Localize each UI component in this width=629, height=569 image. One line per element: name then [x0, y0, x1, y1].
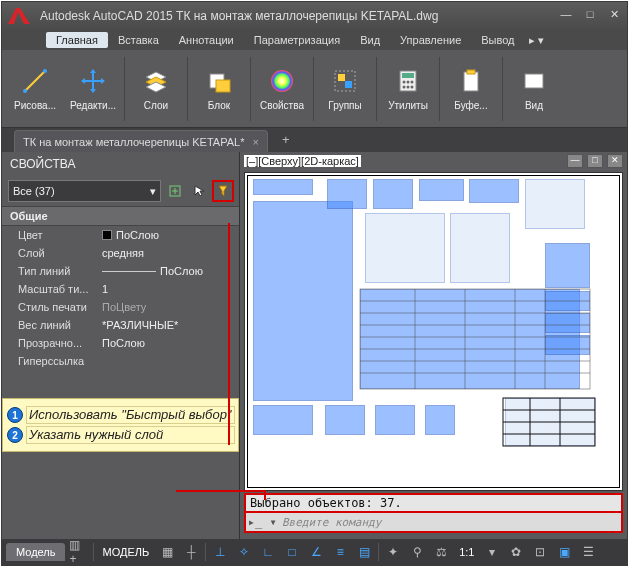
selection-dropdown[interactable]: Все (37)▾ — [8, 180, 161, 202]
prop-row-linetype[interactable]: Тип линийПоСлою — [2, 262, 239, 280]
properties-grid: ЦветПоСлою Слойсредняя Тип линийПоСлою М… — [2, 226, 239, 370]
tab-view[interactable]: Вид — [350, 32, 390, 48]
quick-select-button[interactable] — [213, 181, 233, 201]
annoscale-icon[interactable]: ⚲ — [407, 542, 427, 562]
window-title: Autodesk AutoCAD 2015 ТК на монтаж метал… — [40, 9, 557, 23]
properties-icon — [267, 66, 297, 96]
annotation-note: 1Использовать "Быстрый выбор" 2Указать н… — [2, 398, 239, 452]
ribbon-draw-button[interactable]: Рисова... — [6, 53, 64, 125]
tab-insert[interactable]: Вставка — [108, 32, 169, 48]
prop-row-layer[interactable]: Слойсредняя — [2, 244, 239, 262]
close-button[interactable]: ✕ — [605, 8, 623, 24]
tab-manage[interactable]: Управление — [390, 32, 471, 48]
svg-rect-10 — [402, 73, 414, 78]
scale-label[interactable]: 1:1 — [455, 546, 478, 558]
note-text-1: Использовать "Быстрый выбор" — [27, 407, 234, 423]
svg-rect-21 — [360, 289, 590, 389]
svg-rect-17 — [464, 72, 478, 91]
model-tab[interactable]: Модель — [6, 543, 65, 561]
svg-rect-19 — [525, 74, 543, 88]
view-icon — [519, 66, 549, 96]
svg-point-16 — [411, 86, 414, 89]
ribbon-utils-button[interactable]: Утилиты — [379, 53, 437, 125]
command-input-row[interactable]: ▸_ ▾ Введите команду — [244, 513, 623, 533]
new-tab-button[interactable]: + — [274, 132, 298, 152]
clean-icon[interactable]: ☰ — [578, 542, 598, 562]
command-history-line: Выбрано объектов: 37. — [244, 493, 623, 513]
maximize-button[interactable]: □ — [581, 8, 599, 24]
otrack-icon[interactable]: ∠ — [306, 542, 326, 562]
layout-add-icon[interactable]: ▥ + — [69, 542, 89, 562]
vp-max-button[interactable]: □ — [587, 154, 603, 168]
select-objects-button[interactable] — [189, 181, 209, 201]
command-input[interactable]: Введите команду — [282, 516, 621, 529]
viewport-controls-label[interactable]: [–][Сверху][2D-каркас] — [244, 155, 361, 167]
vp-min-button[interactable]: — — [567, 154, 583, 168]
svg-point-5 — [271, 70, 293, 92]
prop-row-ltscale[interactable]: Масштаб ти...1 — [2, 280, 239, 298]
prop-row-color[interactable]: ЦветПоСлою — [2, 226, 239, 244]
document-tab[interactable]: ТК на монтаж металлочерепицы KETAPAL* × — [14, 130, 268, 152]
ws-icon[interactable]: ⊡ — [530, 542, 550, 562]
ribbon-edit-button[interactable]: Редакти... — [64, 53, 122, 125]
drawing-area: [–][Сверху][2D-каркас] — □ ✕ — [240, 152, 627, 539]
tab-parametrization[interactable]: Параметризация — [244, 32, 350, 48]
tab-main[interactable]: Главная — [46, 32, 108, 48]
prop-row-hyperlink[interactable]: Гиперссылка — [2, 352, 239, 370]
svg-point-11 — [403, 81, 406, 84]
section-general: Общие — [2, 206, 239, 226]
prop-row-plotstyle[interactable]: Стиль печатиПоЦвету — [2, 298, 239, 316]
ribbon-clipboard-button[interactable]: Буфе... — [442, 53, 500, 125]
polar-icon[interactable]: ✧ — [234, 542, 254, 562]
block-icon — [204, 66, 234, 96]
ribbon-properties-button[interactable]: Свойства — [253, 53, 311, 125]
viewport-header: [–][Сверху][2D-каркас] — □ ✕ — [240, 152, 627, 170]
gear-icon[interactable]: ✿ — [506, 542, 526, 562]
properties-panel: СВОЙСТВА Все (37)▾ Общие ЦветПоСлою Слой… — [2, 152, 240, 539]
annotation-arrow-2 — [176, 490, 266, 492]
ribbon-tabs: Главная Вставка Аннотации Параметризация… — [2, 30, 627, 50]
transparency-icon[interactable]: ▤ — [354, 542, 374, 562]
titlebar: Autodesk AutoCAD 2015 ТК на монтаж метал… — [2, 2, 627, 30]
ribbon-block-button[interactable]: Блок — [190, 53, 248, 125]
tab-output[interactable]: Вывод — [471, 32, 524, 48]
ribbon-layers-button[interactable]: Слои — [127, 53, 185, 125]
app-logo-icon — [6, 5, 34, 27]
scale-dd-icon[interactable]: ▾ — [482, 542, 502, 562]
toggle-pickadd-button[interactable] — [165, 181, 185, 201]
chevron-down-icon: ▾ — [150, 185, 156, 198]
drawing-canvas[interactable] — [244, 172, 623, 491]
prop-row-transparency[interactable]: Прозрачно...ПоСлою — [2, 334, 239, 352]
command-prompt-icon: ▸_ — [246, 515, 264, 529]
annovis-icon[interactable]: ⚖ — [431, 542, 451, 562]
svg-rect-4 — [216, 80, 230, 92]
toggle-1-icon[interactable]: ┼ — [181, 542, 201, 562]
annotation-arrow-2v — [264, 490, 266, 500]
tab-annotations[interactable]: Аннотации — [169, 32, 244, 48]
minimize-button[interactable]: — — [557, 8, 575, 24]
workspace: СВОЙСТВА Все (37)▾ Общие ЦветПоСлою Слой… — [2, 152, 627, 539]
ortho-icon[interactable]: ∟ — [258, 542, 278, 562]
color-swatch-icon — [102, 230, 112, 240]
document-tabs: ТК на монтаж металлочерепицы KETAPAL* × … — [2, 128, 627, 152]
svg-line-0 — [25, 71, 45, 91]
sc-icon[interactable]: ✦ — [383, 542, 403, 562]
grid-icon[interactable]: ▦ — [157, 542, 177, 562]
vp-close-button[interactable]: ✕ — [607, 154, 623, 168]
osnap-icon[interactable]: □ — [282, 542, 302, 562]
svg-point-12 — [407, 81, 410, 84]
snap-icon[interactable]: ⊥ — [210, 542, 230, 562]
clipboard-icon — [456, 66, 486, 96]
tabs-overflow-icon[interactable]: ▸ ▾ — [529, 34, 544, 47]
ribbon-groups-button[interactable]: Группы — [316, 53, 374, 125]
svg-rect-7 — [338, 74, 345, 81]
space-indicator[interactable]: МОДЕЛЬ — [98, 546, 153, 558]
annotation-arrow-1 — [228, 223, 230, 445]
tab-close-icon[interactable]: × — [252, 136, 258, 148]
status-bar: Модель ▥ + МОДЕЛЬ ▦ ┼ ⊥ ✧ ∟ □ ∠ ≡ ▤ ✦ ⚲ … — [2, 539, 627, 565]
prop-row-lineweight[interactable]: Вес линий*РАЗЛИЧНЫЕ* — [2, 316, 239, 334]
ribbon-view-button[interactable]: Вид — [505, 53, 563, 125]
groups-icon — [330, 66, 360, 96]
monitor-icon[interactable]: ▣ — [554, 542, 574, 562]
lineweight-icon[interactable]: ≡ — [330, 542, 350, 562]
